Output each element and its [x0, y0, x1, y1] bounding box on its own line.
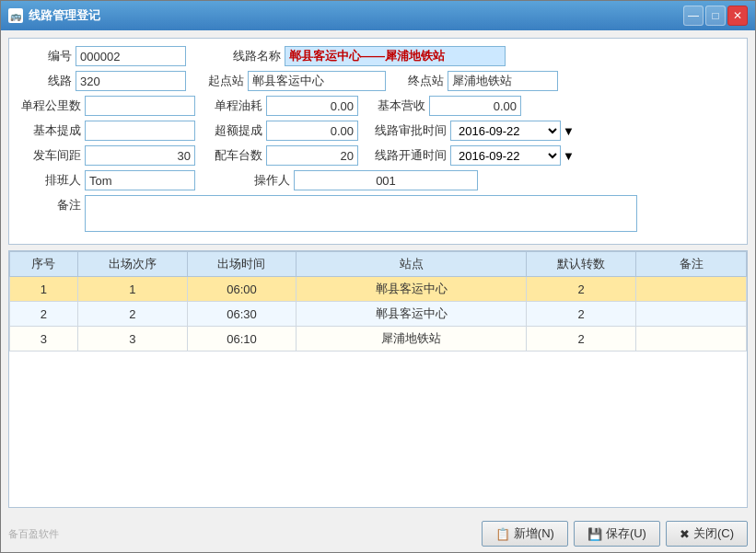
close-button[interactable]: ✖ 关闭(C): [666, 521, 748, 547]
zhongdian-label: 终点站: [402, 73, 444, 89]
table-section: 序号 出场次序 出场时间 站点 默认转数 备注 1 1 06:00 郸县客运中心: [8, 250, 748, 508]
col-header-shijian: 出场时间: [187, 252, 297, 277]
liuming-label: 线路: [17, 73, 72, 89]
row-ticheng: 基本提成 超额提成 线路审批时间 2016-09-22 ▼: [17, 121, 739, 141]
maximize-button[interactable]: □: [705, 6, 726, 26]
cell-shijian: 06:10: [187, 327, 297, 351]
dancheng-km-label: 单程公里数: [17, 98, 81, 114]
form-section: 编号 线路名称 线路 起点站 终点站 单程公里数: [8, 38, 748, 245]
close-icon: ✖: [680, 527, 690, 541]
cell-zhuanshu: 2: [527, 327, 636, 351]
cell-zhandian: 郸县客运中心: [297, 277, 527, 302]
close-label: 关闭(C): [693, 525, 734, 542]
new-label: 新增(N): [514, 525, 554, 542]
chaoer-tc-label: 超额提成: [212, 122, 262, 139]
cell-cichang: 3: [77, 327, 187, 351]
dancheng-oil-label: 单程油耗: [212, 98, 262, 114]
table-row[interactable]: 2 2 06:30 郸县客运中心 2: [10, 302, 747, 327]
watermark-text: 备百盈软件: [8, 527, 59, 541]
titlebar: 🚌 线路管理登记 — □ ✕: [1, 1, 755, 30]
window-title: 线路管理登记: [29, 7, 100, 24]
app-icon: 🚌: [8, 8, 23, 23]
cell-beizhu: [636, 327, 747, 351]
bianhao-input[interactable]: [76, 46, 186, 66]
paiban-label: 排班人: [17, 172, 81, 189]
liumingcheng-label: 线路名称: [230, 48, 281, 64]
beizhu-label: 备注: [17, 195, 81, 213]
new-icon: 📋: [495, 527, 510, 541]
dancheng-oil-input[interactable]: [266, 96, 358, 116]
content-area: 编号 线路名称 线路 起点站 终点站 单程公里数: [1, 30, 755, 515]
kaitong-date-select[interactable]: 2016-09-22: [450, 145, 561, 166]
col-header-xuhao: 序号: [10, 252, 78, 277]
titlebar-buttons: — □ ✕: [683, 6, 748, 26]
window-close-button[interactable]: ✕: [727, 6, 748, 26]
save-label: 保存(U): [606, 525, 646, 542]
qidian-input[interactable]: [248, 71, 386, 91]
titlebar-left: 🚌 线路管理登记: [8, 7, 100, 24]
col-header-beizhu: 备注: [636, 252, 747, 277]
shenpi-date-select[interactable]: 2016-09-22: [450, 121, 561, 141]
shenpi-dropdown-icon[interactable]: ▼: [563, 124, 575, 138]
caozuo-label: 操作人: [249, 172, 290, 189]
fache-input[interactable]: [85, 145, 195, 166]
save-icon: 💾: [587, 527, 602, 541]
cell-zhuanshu: 2: [527, 302, 636, 327]
liuming-input[interactable]: [76, 71, 186, 91]
cell-beizhu: [636, 277, 747, 302]
row-paiban: 排班人 操作人: [17, 170, 739, 190]
cell-shijian: 06:00: [187, 277, 297, 302]
schedule-table: 序号 出场次序 出场时间 站点 默认转数 备注 1 1 06:00 郸县客运中心: [9, 251, 747, 351]
cell-cichang: 1: [77, 277, 187, 302]
bianhao-label: 编号: [17, 48, 72, 64]
cell-xuhao: 2: [10, 302, 78, 327]
kaitong-label: 线路开通时间: [375, 147, 447, 164]
beizhu-input[interactable]: [85, 195, 637, 232]
cell-zhandian: 郸县客运中心: [297, 302, 527, 327]
fache-label: 发车间距: [17, 147, 81, 164]
cell-zhandian: 犀浦地铁站: [297, 327, 527, 351]
cell-cichang: 2: [77, 302, 187, 327]
minimize-button[interactable]: —: [683, 6, 704, 26]
kaitong-dropdown-icon[interactable]: ▼: [563, 149, 575, 163]
table-body: 1 1 06:00 郸县客运中心 2 2 2 06:30 郸县客运中心 2: [10, 277, 747, 351]
peiche-input[interactable]: [266, 145, 358, 166]
cell-xuhao: 3: [10, 327, 78, 351]
cell-shijian: 06:30: [187, 302, 297, 327]
table-header-row: 序号 出场次序 出场时间 站点 默认转数 备注: [10, 252, 747, 277]
row-fache: 发车间距 配车台数 线路开通时间 2016-09-22 ▼: [17, 145, 739, 166]
table-row[interactable]: 3 3 06:10 犀浦地铁站 2: [10, 327, 747, 351]
paiban-input[interactable]: [85, 170, 195, 190]
row-bianhao: 编号 线路名称: [17, 46, 739, 66]
footer-buttons: 备百盈软件 📋 新增(N) 💾 保存(U) ✖ 关闭(C): [1, 515, 755, 552]
zhongdian-input[interactable]: [448, 71, 558, 91]
cell-zhuanshu: 2: [527, 277, 636, 302]
jiben-shouru-input[interactable]: [429, 96, 521, 116]
col-header-zhuanshu: 默认转数: [527, 252, 636, 277]
jiben-shouru-label: 基本营收: [375, 98, 425, 114]
caozuo-input[interactable]: [294, 170, 478, 190]
cell-xuhao: 1: [10, 277, 78, 302]
row-liuming: 线路 起点站 终点站: [17, 71, 739, 91]
dancheng-km-input[interactable]: [85, 96, 195, 116]
qidian-label: 起点站: [203, 73, 244, 89]
save-button[interactable]: 💾 保存(U): [574, 521, 660, 547]
col-header-cichang: 出场次序: [77, 252, 187, 277]
cell-beizhu: [636, 302, 747, 327]
liumingcheng-input[interactable]: [285, 46, 506, 66]
row-dancheng: 单程公里数 单程油耗 基本营收: [17, 96, 739, 116]
row-beizhu: 备注: [17, 195, 739, 232]
main-window: 🚌 线路管理登记 — □ ✕ 编号 线路名称 线路: [0, 0, 756, 553]
table-row[interactable]: 1 1 06:00 郸县客运中心 2: [10, 277, 747, 302]
new-button[interactable]: 📋 新增(N): [482, 521, 568, 547]
jiben-tc-input[interactable]: [85, 121, 195, 141]
peiche-label: 配车台数: [212, 147, 262, 164]
chaoer-tc-input[interactable]: [266, 121, 358, 141]
jiben-tc-label: 基本提成: [17, 122, 81, 139]
col-header-zhandian: 站点: [297, 252, 527, 277]
shenpi-label: 线路审批时间: [375, 122, 447, 139]
